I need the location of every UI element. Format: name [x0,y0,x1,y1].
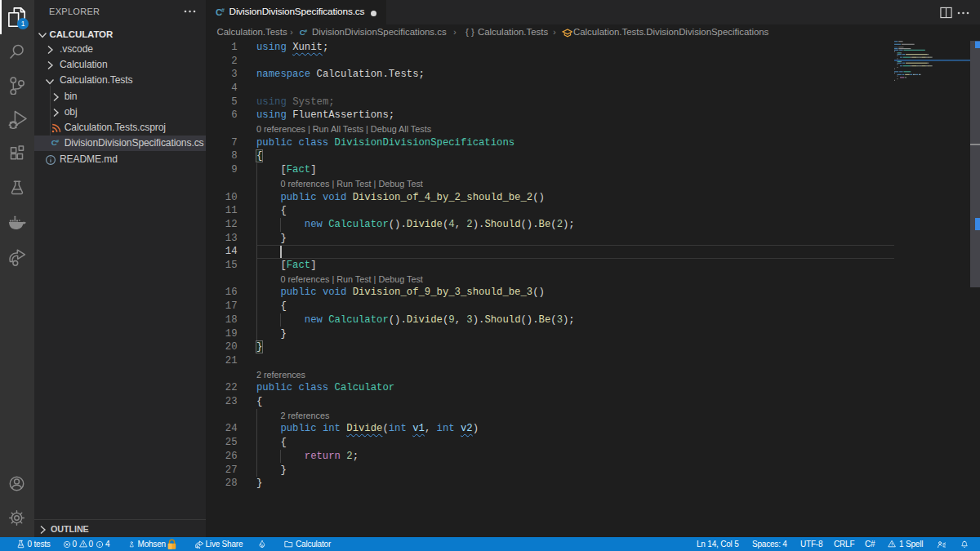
svg-text:#: # [56,139,60,144]
